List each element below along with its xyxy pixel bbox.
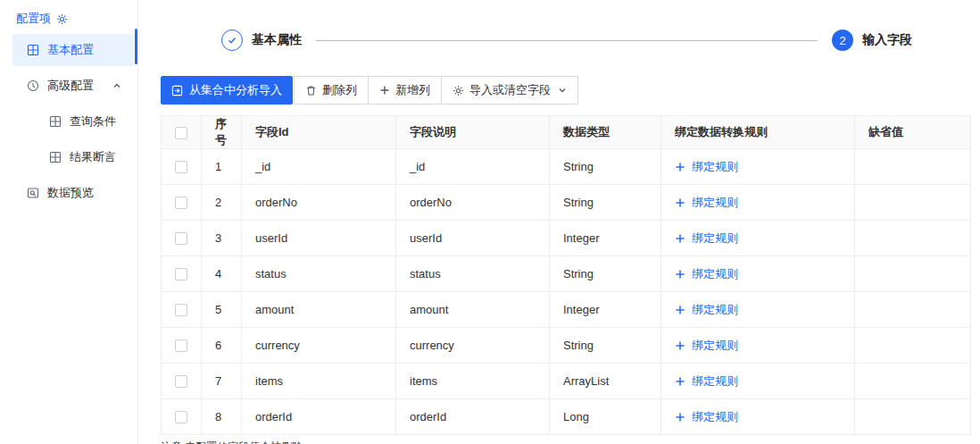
cell-field-id: userId xyxy=(242,221,396,256)
bind-rule-link[interactable]: 绑定规则 xyxy=(675,302,738,318)
cell-index: 7 xyxy=(202,364,242,399)
cell-bind-rule: 绑定规则 xyxy=(661,185,855,221)
sidebar-item-query-conditions[interactable]: 查询条件 xyxy=(0,104,137,139)
cell-select xyxy=(162,328,202,364)
cell-index: 2 xyxy=(202,185,242,221)
step-1: 基本属性 xyxy=(221,29,302,51)
row-checkbox[interactable] xyxy=(175,161,187,173)
cell-default-value xyxy=(855,292,971,328)
table-row: 6 currency currency String 绑定规则 xyxy=(162,328,971,364)
plus-icon xyxy=(675,340,685,351)
cell-default-value xyxy=(855,256,971,292)
cell-default-value xyxy=(855,185,971,221)
chevron-up-icon[interactable] xyxy=(112,81,121,90)
cell-bind-rule: 绑定规则 xyxy=(661,364,855,399)
cell-select xyxy=(162,292,202,328)
import-or-clear-button[interactable]: 导入或清空字段 xyxy=(441,76,578,105)
step-connector xyxy=(316,40,818,41)
analyze-import-button[interactable]: 从集合中分析导入 xyxy=(161,76,293,105)
add-column-button[interactable]: 新增列 xyxy=(368,76,442,105)
cell-bind-rule: 绑定规则 xyxy=(661,328,855,364)
cell-index: 5 xyxy=(202,292,242,328)
cell-bind-rule: 绑定规则 xyxy=(661,256,855,292)
cell-field-desc: orderId xyxy=(396,399,550,435)
sidebar-item-basic-config[interactable]: 基本配置 xyxy=(12,34,134,66)
bind-rule-link[interactable]: 绑定规则 xyxy=(675,373,738,390)
bind-rule-link[interactable]: 绑定规则 xyxy=(675,409,738,425)
step-1-label: 基本属性 xyxy=(252,32,302,48)
sidebar-item-data-preview[interactable]: 数据预览 xyxy=(0,175,137,211)
bind-rule-link[interactable]: 绑定规则 xyxy=(675,338,738,354)
row-checkbox[interactable] xyxy=(175,339,187,352)
cell-bind-rule: 绑定规则 xyxy=(661,292,855,328)
bind-rule-label: 绑定规则 xyxy=(692,409,738,425)
gear-icon[interactable] xyxy=(56,13,68,25)
plus-icon xyxy=(675,233,685,244)
cell-select xyxy=(162,399,202,435)
cell-field-id: currency xyxy=(242,328,396,364)
cell-field-id: orderId xyxy=(242,399,396,435)
cell-bind-rule: 绑定规则 xyxy=(661,149,855,185)
import-icon xyxy=(171,85,183,96)
row-checkbox[interactable] xyxy=(175,411,187,423)
sidebar-item-advanced-config[interactable]: 高级配置 xyxy=(0,68,137,104)
document-preview-icon xyxy=(27,187,39,199)
row-checkbox[interactable] xyxy=(175,304,187,316)
sidebar-item-label: 结果断言 xyxy=(70,149,116,165)
row-checkbox[interactable] xyxy=(175,268,187,281)
cell-field-id: orderNo xyxy=(242,185,396,221)
bind-rule-label: 绑定规则 xyxy=(692,195,738,211)
bind-rule-label: 绑定规则 xyxy=(692,159,738,175)
row-checkbox[interactable] xyxy=(175,197,187,209)
plus-icon xyxy=(675,412,685,423)
cell-field-id: amount xyxy=(242,292,396,328)
import-or-clear-label: 导入或清空字段 xyxy=(469,82,551,98)
bind-rule-link[interactable]: 绑定规则 xyxy=(675,266,738,282)
gear-icon xyxy=(453,85,464,96)
cell-field-desc: currency xyxy=(396,328,550,364)
cell-data-type: String xyxy=(550,256,661,292)
cell-field-desc: userId xyxy=(396,221,550,256)
bind-rule-link[interactable]: 绑定规则 xyxy=(675,230,738,247)
bind-rule-link[interactable]: 绑定规则 xyxy=(675,195,738,211)
cell-field-id: items xyxy=(242,364,396,399)
add-column-label: 新增列 xyxy=(395,82,430,98)
sidebar-item-label: 基本配置 xyxy=(47,42,94,58)
cell-field-desc: _id xyxy=(396,149,550,185)
table-row: 7 items items ArrayList 绑定规则 xyxy=(162,364,971,399)
check-icon xyxy=(227,35,237,46)
plus-icon xyxy=(675,162,685,172)
select-all-checkbox[interactable] xyxy=(175,127,187,139)
delete-column-button[interactable]: 删除列 xyxy=(294,76,369,105)
grid-icon xyxy=(27,44,39,56)
table-body: 1 _id _id String 绑定规则 2 orderNo orderNo … xyxy=(162,149,971,435)
sidebar-nav: 基本配置 高级配置 查询条件 结果断言 数 xyxy=(0,34,137,211)
cell-select xyxy=(162,185,202,221)
plus-icon xyxy=(675,197,685,208)
toolbar: 从集合中分析导入 删除列 新增列 导入或清空字段 xyxy=(161,76,970,105)
col-header-field-desc: 字段说明 xyxy=(396,116,550,149)
delete-column-label: 删除列 xyxy=(322,82,357,98)
row-checkbox[interactable] xyxy=(175,375,187,388)
bind-rule-link[interactable]: 绑定规则 xyxy=(675,159,738,175)
bind-rule-label: 绑定规则 xyxy=(692,302,738,318)
table-row: 8 orderId orderId Long 绑定规则 xyxy=(162,399,971,435)
plus-icon xyxy=(379,85,390,96)
table-row: 4 status status String 绑定规则 xyxy=(162,256,971,292)
cell-bind-rule: 绑定规则 xyxy=(661,221,855,256)
sidebar-item-result-assertion[interactable]: 结果断言 xyxy=(0,139,137,175)
col-header-field-id: 字段Id xyxy=(242,116,396,149)
row-checkbox[interactable] xyxy=(175,232,187,245)
sidebar: 配置项 基本配置 高级配置 查询条件 xyxy=(0,0,138,444)
fields-table: 序号 字段Id 字段说明 数据类型 绑定数据转换规则 缺省值 1 _id _id… xyxy=(161,115,971,435)
step-2-circle: 2 xyxy=(832,29,853,51)
cell-data-type: String xyxy=(550,185,661,221)
step-1-circle xyxy=(221,29,243,51)
grid-icon xyxy=(49,151,62,163)
cell-data-type: Integer xyxy=(550,221,661,256)
sidebar-item-label: 高级配置 xyxy=(47,78,94,94)
active-indicator xyxy=(135,29,137,64)
cell-select xyxy=(162,221,202,256)
cell-data-type: String xyxy=(550,149,661,185)
bind-rule-label: 绑定规则 xyxy=(692,266,738,282)
